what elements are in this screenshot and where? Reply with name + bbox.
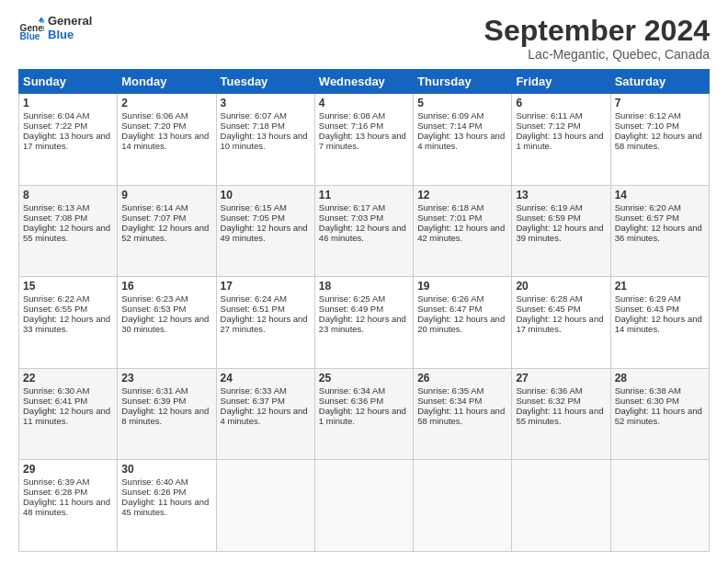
- calendar-cell: 17Sunrise: 6:24 AMSunset: 6:51 PMDayligh…: [216, 277, 314, 369]
- day-info: Sunrise: 6:30 AM: [23, 385, 113, 396]
- calendar-cell: 7Sunrise: 6:12 AMSunset: 7:10 PMDaylight…: [610, 94, 709, 186]
- calendar-cell: 11Sunrise: 6:17 AMSunset: 7:03 PMDayligh…: [314, 185, 413, 277]
- weekday-header-saturday: Saturday: [610, 70, 709, 94]
- day-number: 15: [23, 280, 113, 293]
- weekday-header-tuesday: Tuesday: [216, 70, 314, 94]
- calendar-week-row: 8Sunrise: 6:13 AMSunset: 7:08 PMDaylight…: [19, 185, 710, 277]
- day-info: Daylight: 12 hours and 17 minutes.: [516, 314, 606, 334]
- day-info: Daylight: 12 hours and 27 minutes.: [221, 314, 311, 334]
- day-info: Sunset: 6:41 PM: [23, 396, 113, 406]
- day-info: Sunrise: 6:11 AM: [516, 110, 606, 121]
- calendar-cell: 27Sunrise: 6:36 AMSunset: 6:32 PMDayligh…: [512, 368, 610, 460]
- calendar-cell: [610, 460, 709, 552]
- day-info: Sunset: 7:14 PM: [417, 121, 507, 131]
- day-info: Sunset: 6:55 PM: [23, 304, 113, 314]
- day-info: Sunrise: 6:22 AM: [23, 293, 113, 304]
- calendar-cell: 22Sunrise: 6:30 AMSunset: 6:41 PMDayligh…: [19, 368, 118, 460]
- day-info: Sunrise: 6:24 AM: [221, 293, 311, 304]
- day-info: Daylight: 12 hours and 8 minutes.: [121, 406, 211, 426]
- calendar-cell: 9Sunrise: 6:14 AMSunset: 7:07 PMDaylight…: [118, 185, 216, 277]
- day-number: 6: [516, 97, 606, 109]
- calendar-cell: 26Sunrise: 6:35 AMSunset: 6:34 PMDayligh…: [414, 368, 512, 460]
- calendar-cell: 15Sunrise: 6:22 AMSunset: 6:55 PMDayligh…: [19, 277, 118, 369]
- calendar-week-row: 1Sunrise: 6:04 AMSunset: 7:22 PMDaylight…: [19, 94, 710, 186]
- day-info: Sunrise: 6:20 AM: [615, 202, 705, 213]
- day-info: Sunrise: 6:15 AM: [221, 202, 311, 213]
- day-info: Sunset: 7:12 PM: [516, 121, 606, 131]
- day-info: Sunset: 7:22 PM: [23, 121, 113, 131]
- day-info: Sunrise: 6:29 AM: [615, 293, 705, 304]
- calendar-cell: 5Sunrise: 6:09 AMSunset: 7:14 PMDaylight…: [414, 94, 512, 186]
- day-info: Daylight: 13 hours and 4 minutes.: [417, 131, 507, 151]
- weekday-header-friday: Friday: [512, 70, 610, 94]
- weekday-header-thursday: Thursday: [414, 70, 512, 94]
- svg-text:Blue: Blue: [20, 31, 40, 41]
- calendar-cell: [216, 460, 314, 552]
- day-info: Daylight: 12 hours and 55 minutes.: [23, 223, 113, 243]
- logo: General Blue General Blue: [18, 15, 92, 42]
- calendar-cell: 13Sunrise: 6:19 AMSunset: 6:59 PMDayligh…: [512, 185, 610, 277]
- calendar-cell: [414, 460, 512, 552]
- calendar-cell: 23Sunrise: 6:31 AMSunset: 6:39 PMDayligh…: [118, 368, 216, 460]
- day-info: Sunrise: 6:39 AM: [23, 477, 113, 487]
- day-info: Sunset: 6:59 PM: [516, 213, 606, 223]
- day-info: Sunset: 7:05 PM: [221, 213, 311, 223]
- day-info: Sunset: 6:28 PM: [23, 487, 113, 497]
- day-number: 18: [319, 280, 409, 293]
- title-block: September 2024 Lac-Megantic, Quebec, Can…: [484, 15, 710, 62]
- day-info: Sunrise: 6:04 AM: [23, 110, 113, 121]
- day-number: 9: [121, 189, 211, 201]
- day-info: Sunrise: 6:06 AM: [121, 110, 211, 121]
- month-title: September 2024: [484, 15, 710, 47]
- day-info: Daylight: 13 hours and 14 minutes.: [121, 131, 211, 151]
- day-info: Sunrise: 6:23 AM: [121, 293, 211, 304]
- calendar-cell: 28Sunrise: 6:38 AMSunset: 6:30 PMDayligh…: [610, 368, 709, 460]
- day-info: Sunrise: 6:31 AM: [121, 385, 211, 396]
- day-number: 4: [319, 97, 409, 109]
- day-info: Daylight: 13 hours and 17 minutes.: [23, 131, 113, 151]
- day-info: Daylight: 12 hours and 52 minutes.: [121, 223, 211, 243]
- day-info: Daylight: 12 hours and 33 minutes.: [23, 314, 113, 334]
- calendar-cell: 6Sunrise: 6:11 AMSunset: 7:12 PMDaylight…: [512, 94, 610, 186]
- day-info: Daylight: 12 hours and 14 minutes.: [615, 314, 705, 334]
- day-info: Sunset: 6:57 PM: [615, 213, 705, 223]
- calendar-cell: [314, 460, 413, 552]
- day-info: Sunset: 6:36 PM: [319, 396, 409, 406]
- calendar-cell: 10Sunrise: 6:15 AMSunset: 7:05 PMDayligh…: [216, 185, 314, 277]
- day-info: Sunrise: 6:08 AM: [319, 110, 409, 121]
- day-info: Daylight: 12 hours and 42 minutes.: [417, 223, 507, 243]
- page: General Blue General Blue September 2024…: [0, 0, 728, 563]
- weekday-header-monday: Monday: [118, 70, 216, 94]
- day-info: Daylight: 12 hours and 49 minutes.: [221, 223, 311, 243]
- day-info: Sunrise: 6:36 AM: [516, 385, 606, 396]
- day-info: Sunrise: 6:26 AM: [417, 293, 507, 304]
- day-info: Sunrise: 6:38 AM: [615, 385, 705, 396]
- day-info: Daylight: 12 hours and 46 minutes.: [319, 223, 409, 243]
- day-number: 13: [516, 189, 606, 201]
- location-subtitle: Lac-Megantic, Quebec, Canada: [484, 47, 710, 62]
- day-info: Sunset: 7:03 PM: [319, 213, 409, 223]
- day-info: Sunset: 6:39 PM: [121, 396, 211, 406]
- day-number: 28: [615, 372, 705, 385]
- day-number: 29: [23, 463, 113, 476]
- day-info: Daylight: 12 hours and 30 minutes.: [121, 314, 211, 334]
- day-number: 12: [417, 189, 507, 201]
- calendar-cell: [512, 460, 610, 552]
- day-info: Sunrise: 6:07 AM: [221, 110, 311, 121]
- calendar-cell: 2Sunrise: 6:06 AMSunset: 7:20 PMDaylight…: [118, 94, 216, 186]
- day-info: Sunset: 7:07 PM: [121, 213, 211, 223]
- day-info: Sunset: 6:43 PM: [615, 304, 705, 314]
- calendar-cell: 20Sunrise: 6:28 AMSunset: 6:45 PMDayligh…: [512, 277, 610, 369]
- day-info: Sunset: 7:10 PM: [615, 121, 705, 131]
- day-number: 1: [23, 97, 113, 109]
- day-number: 22: [23, 372, 113, 385]
- day-number: 11: [319, 189, 409, 201]
- day-info: Sunrise: 6:18 AM: [417, 202, 507, 213]
- day-info: Sunset: 6:53 PM: [121, 304, 211, 314]
- day-number: 7: [615, 97, 705, 109]
- day-number: 14: [615, 189, 705, 201]
- weekday-header-sunday: Sunday: [19, 70, 118, 94]
- calendar-cell: 19Sunrise: 6:26 AMSunset: 6:47 PMDayligh…: [414, 277, 512, 369]
- day-info: Sunrise: 6:19 AM: [516, 202, 606, 213]
- day-info: Daylight: 12 hours and 1 minute.: [319, 406, 409, 426]
